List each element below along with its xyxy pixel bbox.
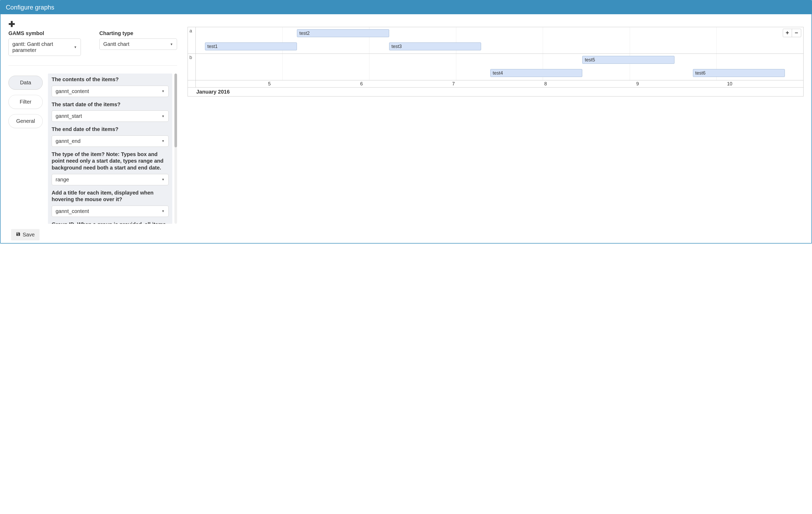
field-block: The start date of the items?gannt_start▼ bbox=[52, 101, 169, 122]
save-button[interactable]: Save bbox=[11, 229, 39, 240]
field-label: The type of the item? Note: Types box an… bbox=[52, 151, 169, 171]
gams-symbol-value: gantt: Gantt chart parameter bbox=[12, 41, 74, 53]
charting-type-select[interactable]: Gantt chart ▼ bbox=[99, 38, 177, 50]
gantt-item[interactable]: test5 bbox=[582, 56, 674, 64]
field-block: The type of the item? Note: Types box an… bbox=[52, 151, 169, 185]
tab-data[interactable]: Data bbox=[8, 76, 43, 90]
gantt-chart: + − atest1test2test3btest4test5test65678… bbox=[187, 27, 804, 96]
charting-type-value: Gantt chart bbox=[103, 41, 129, 47]
scrollbar[interactable] bbox=[174, 74, 177, 224]
field-block: Add a title for each item, displayed whe… bbox=[52, 190, 169, 217]
gantt-month-label: January 2016 bbox=[188, 87, 232, 96]
gams-symbol-label: GAMS symbol bbox=[8, 30, 81, 36]
field-value: gannt_content bbox=[56, 88, 89, 94]
gantt-item[interactable]: test4 bbox=[490, 69, 582, 77]
charting-type-label: Charting type bbox=[99, 30, 177, 36]
caret-down-icon: ▼ bbox=[74, 45, 77, 49]
caret-down-icon: ▼ bbox=[162, 209, 165, 213]
field-label: Group ID. When a group is provided, all … bbox=[52, 221, 169, 224]
field-select[interactable]: gannt_content▼ bbox=[52, 86, 169, 97]
tab-general[interactable]: General bbox=[8, 114, 43, 128]
caret-down-icon: ▼ bbox=[162, 139, 165, 143]
gantt-tick: 7 bbox=[452, 81, 455, 87]
gantt-tick: 9 bbox=[636, 81, 639, 87]
gantt-row: atest1test2test3 bbox=[188, 27, 803, 54]
gantt-tick: 8 bbox=[544, 81, 547, 87]
configure-graphs-panel: Configure graphs ✚ GAMS symbol gantt: Ga… bbox=[0, 0, 812, 244]
field-label: Add a title for each item, displayed whe… bbox=[52, 190, 169, 203]
field-select[interactable]: gannt_start▼ bbox=[52, 110, 169, 122]
scrollbar-thumb[interactable] bbox=[174, 74, 177, 147]
zoom-in-button[interactable]: + bbox=[783, 29, 792, 37]
field-block: Group ID. When a group is provided, all … bbox=[52, 221, 169, 224]
field-select[interactable]: range▼ bbox=[52, 174, 169, 185]
gantt-canvas: test4test5test6 bbox=[196, 54, 803, 80]
tab-filter[interactable]: Filter bbox=[8, 95, 43, 109]
panel-title: Configure graphs bbox=[1, 1, 811, 14]
field-label: The end date of the items? bbox=[52, 126, 169, 133]
gantt-item[interactable]: test2 bbox=[297, 29, 389, 37]
gantt-canvas: test1test2test3 bbox=[196, 27, 803, 54]
zoom-controls: + − bbox=[783, 29, 801, 37]
gantt-tick: 5 bbox=[268, 81, 270, 87]
divider bbox=[8, 65, 177, 66]
gantt-month-row: January 2016 bbox=[188, 87, 803, 96]
gantt-axis: 5678910 bbox=[188, 80, 803, 87]
field-value: gannt_content bbox=[56, 208, 89, 214]
zoom-out-button[interactable]: − bbox=[792, 29, 801, 37]
save-icon bbox=[16, 232, 21, 238]
field-label: The contents of the items? bbox=[52, 76, 169, 83]
gantt-row: btest4test5test6 bbox=[188, 54, 803, 80]
save-button-label: Save bbox=[23, 232, 35, 238]
add-icon[interactable]: ✚ bbox=[8, 20, 16, 29]
caret-down-icon: ▼ bbox=[162, 114, 165, 118]
gantt-item[interactable]: test1 bbox=[205, 42, 297, 50]
field-value: range bbox=[56, 177, 69, 183]
field-block: The contents of the items?gannt_content▼ bbox=[52, 76, 169, 97]
gantt-tick: 10 bbox=[727, 81, 732, 87]
gantt-group-label: b bbox=[188, 54, 196, 80]
gantt-item[interactable]: test6 bbox=[693, 69, 785, 77]
gantt-group-label: a bbox=[188, 27, 196, 54]
field-select[interactable]: gannt_content▼ bbox=[52, 206, 169, 217]
caret-down-icon: ▼ bbox=[162, 178, 165, 181]
field-select[interactable]: gannt_end▼ bbox=[52, 136, 169, 147]
field-value: gannt_start bbox=[56, 113, 82, 119]
gams-symbol-select[interactable]: gantt: Gantt chart parameter ▼ bbox=[8, 38, 81, 56]
gantt-tick: 6 bbox=[360, 81, 363, 87]
caret-down-icon: ▼ bbox=[170, 42, 173, 46]
field-block: The end date of the items?gannt_end▼ bbox=[52, 126, 169, 147]
caret-down-icon: ▼ bbox=[162, 89, 165, 93]
field-label: The start date of the items? bbox=[52, 101, 169, 108]
field-value: gannt_end bbox=[56, 138, 81, 144]
gantt-item[interactable]: test3 bbox=[389, 42, 481, 50]
